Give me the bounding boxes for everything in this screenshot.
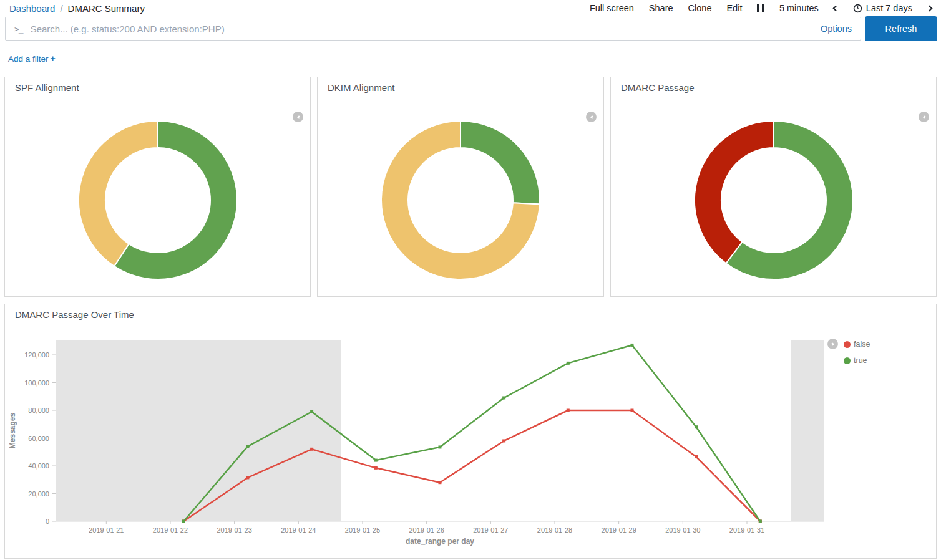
clone-button[interactable]: Clone (688, 3, 712, 13)
clock-icon (853, 4, 862, 13)
legend-item-true[interactable]: true (844, 355, 870, 366)
spf-donut-chart[interactable] (78, 120, 238, 280)
svg-text:2019-01-22: 2019-01-22 (153, 526, 188, 534)
svg-text:80,000: 80,000 (28, 407, 49, 414)
chart-legend: false true (827, 339, 870, 371)
panel-spf-alignment: SPF Allignment (4, 77, 311, 297)
svg-text:2019-01-25: 2019-01-25 (345, 526, 380, 534)
svg-text:2019-01-24: 2019-01-24 (281, 526, 316, 534)
svg-text:120,000: 120,000 (24, 351, 49, 359)
svg-text:date_range per day: date_range per day (406, 537, 474, 546)
svg-text:2019-01-23: 2019-01-23 (217, 526, 251, 534)
add-filter-link[interactable]: Add a filter+ (8, 54, 56, 64)
search-input[interactable] (31, 24, 813, 34)
panel-title: DKIM Alignment (328, 82, 395, 93)
refresh-interval-button[interactable]: 5 minutes (779, 3, 819, 13)
panel-dmarc-passage-over-time: DMARC Passage Over Time 020,00040,00060,… (4, 304, 937, 559)
legend-collapse-icon[interactable] (827, 339, 838, 349)
time-range-label: Last 7 days (866, 3, 912, 13)
terminal-prompt-icon: >_ (14, 24, 23, 34)
legend-item-false[interactable]: false (844, 339, 870, 350)
dkim-donut-chart[interactable] (381, 120, 540, 280)
breadcrumb-separator: / (60, 3, 62, 14)
time-forward-button[interactable] (927, 6, 932, 11)
chevron-left-icon (590, 115, 594, 119)
svg-text:2019-01-28: 2019-01-28 (537, 526, 572, 534)
svg-text:2019-01-26: 2019-01-26 (409, 526, 444, 534)
search-bar: >_ Options (5, 17, 861, 41)
svg-text:60,000: 60,000 (28, 435, 49, 442)
chevron-right-icon (831, 342, 834, 346)
legend-dot-false (844, 341, 851, 348)
pause-icon[interactable] (757, 4, 764, 12)
edit-button[interactable]: Edit (726, 3, 742, 13)
dmarc-donut-chart[interactable] (694, 120, 854, 280)
full-screen-button[interactable]: Full screen (590, 3, 634, 13)
panel-title: SPF Allignment (15, 82, 79, 93)
legend-toggle-icon[interactable] (586, 112, 597, 122)
chevron-right-icon (927, 5, 933, 11)
breadcrumb-dashboard-link[interactable]: Dashboard (9, 3, 55, 14)
svg-text:100,000: 100,000 (24, 379, 49, 387)
legend-toggle-icon[interactable] (919, 112, 929, 122)
svg-text:40,000: 40,000 (28, 462, 49, 470)
svg-text:20,000: 20,000 (28, 490, 49, 498)
panel-title: DMARC Passage (621, 82, 695, 93)
options-link[interactable]: Options (813, 24, 852, 34)
filter-bar: Add a filter+ (8, 54, 56, 64)
dashboard-app: Dashboard / DMARC Summary Full screen Sh… (0, 0, 941, 560)
legend-label: false (854, 340, 870, 349)
svg-text:2019-01-30: 2019-01-30 (665, 526, 700, 534)
time-back-button[interactable] (834, 6, 838, 11)
chevron-left-icon (297, 115, 301, 119)
nav-actions: Full screen Share Clone Edit 5 minutes L… (590, 3, 932, 13)
legend-dot-true (844, 357, 851, 364)
top-nav: Dashboard / DMARC Summary Full screen Sh… (0, 0, 941, 16)
svg-text:2019-01-27: 2019-01-27 (473, 526, 508, 534)
share-button[interactable]: Share (649, 3, 673, 13)
legend-label: true (854, 356, 867, 365)
svg-text:2019-01-29: 2019-01-29 (602, 526, 636, 534)
search-row: >_ Options Refresh (5, 16, 937, 41)
svg-text:0: 0 (46, 518, 49, 525)
chevron-left-icon (923, 115, 927, 119)
legend-toggle-icon[interactable] (293, 112, 303, 122)
panel-dkim-alignment: DKIM Alignment (317, 77, 604, 297)
page-title: DMARC Summary (68, 3, 145, 14)
panel-dmarc-passage: DMARC Passage (610, 77, 937, 297)
svg-text:2019-01-31: 2019-01-31 (729, 526, 764, 534)
svg-text:2019-01-21: 2019-01-21 (89, 526, 124, 534)
svg-text:Messages: Messages (8, 412, 17, 448)
time-range-button[interactable]: Last 7 days (853, 3, 912, 13)
timeline-line-chart[interactable]: 020,00040,00060,00080,000100,000120,0002… (5, 304, 937, 559)
breadcrumb: Dashboard / DMARC Summary (9, 3, 145, 14)
refresh-button[interactable]: Refresh (865, 16, 937, 41)
plus-icon: + (51, 54, 56, 64)
chevron-left-icon (832, 5, 839, 11)
